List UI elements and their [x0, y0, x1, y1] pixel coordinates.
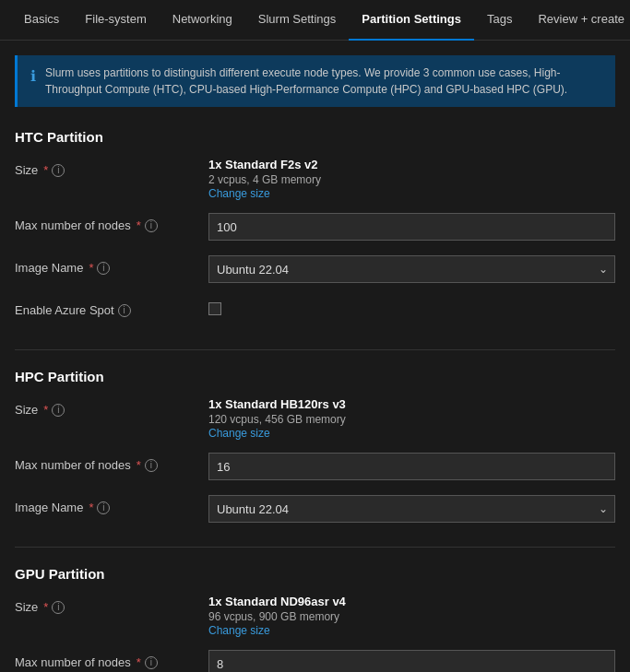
htc-image-required: *: [89, 261, 93, 275]
tab-filesystem[interactable]: File-system: [72, 0, 159, 41]
hpc-size-detail: 120 vcpus, 456 GB memory: [208, 413, 615, 426]
htc-size-row: Size * i 1x Standard F2s v2 2 vcpus, 4 G…: [15, 158, 615, 200]
hpc-image-label: Image Name * i: [15, 495, 208, 514]
htc-image-select[interactable]: Ubuntu 22.04 Ubuntu 20.04 CentOS 7: [208, 255, 615, 283]
htc-image-control: Ubuntu 22.04 Ubuntu 20.04 CentOS 7 ⌄: [208, 255, 615, 283]
gpu-size-row: Size * i 1x Standard ND96asr v4 96 vcpus…: [15, 595, 615, 637]
htc-size-required: *: [43, 163, 48, 177]
hpc-size-row: Size * i 1x Standard HB120rs v3 120 vcpu…: [15, 397, 615, 440]
hpc-size-info: 1x Standard HB120rs v3 120 vcpus, 456 GB…: [208, 397, 615, 440]
gpu-size-info-icon[interactable]: i: [52, 601, 65, 614]
hpc-max-nodes-info-icon[interactable]: i: [145, 459, 158, 472]
hpc-max-nodes-row: Max number of nodes * i: [15, 453, 615, 482]
htc-azure-spot-control: [208, 298, 615, 315]
info-banner: ℹ Slurm uses partitions to distinguish d…: [15, 55, 615, 107]
htc-size-info-icon[interactable]: i: [52, 164, 65, 177]
htc-azure-spot-checkbox-wrapper: [208, 298, 615, 315]
htc-size-detail: 2 vcpus, 4 GB memory: [208, 173, 615, 186]
nav-tabs: Basics File-system Networking Slurm Sett…: [0, 0, 630, 41]
page-content: HTC Partition Size * i 1x Standard F2s v…: [0, 114, 630, 672]
gpu-max-nodes-label: Max number of nodes * i: [15, 650, 208, 669]
htc-partition-section: HTC Partition Size * i 1x Standard F2s v…: [15, 129, 615, 327]
htc-azure-spot-checkbox[interactable]: [208, 302, 221, 315]
hpc-gpu-divider: [15, 547, 615, 548]
hpc-max-nodes-control: [208, 453, 615, 480]
htc-max-nodes-input[interactable]: [208, 213, 615, 241]
info-icon: ℹ: [30, 65, 36, 88]
banner-text: Slurm uses partitions to distinguish dif…: [45, 65, 602, 98]
hpc-size-label: Size * i: [15, 397, 208, 417]
htc-max-nodes-info-icon[interactable]: i: [145, 219, 158, 232]
htc-image-row: Image Name * i Ubuntu 22.04 Ubuntu 20.04…: [15, 255, 615, 285]
tab-slurm-settings[interactable]: Slurm Settings: [245, 0, 350, 41]
hpc-size-required: *: [43, 403, 48, 417]
hpc-max-nodes-required: *: [137, 458, 141, 472]
gpu-size-required: *: [43, 600, 48, 614]
gpu-partition-title: GPU Partition: [15, 566, 615, 582]
htc-max-nodes-control: [208, 213, 615, 241]
htc-change-size-link[interactable]: Change size: [208, 187, 270, 200]
tab-networking[interactable]: Networking: [160, 0, 245, 41]
hpc-image-row: Image Name * i Ubuntu 22.04 Ubuntu 20.04…: [15, 495, 615, 525]
hpc-partition-title: HPC Partition: [15, 369, 615, 384]
hpc-max-nodes-label: Max number of nodes * i: [15, 453, 208, 472]
hpc-image-required: *: [89, 501, 93, 514]
htc-partition-title: HTC Partition: [15, 129, 615, 145]
htc-max-nodes-row: Max number of nodes * i: [15, 213, 615, 242]
htc-azure-spot-label: Enable Azure Spot i: [15, 298, 208, 317]
gpu-max-nodes-row: Max number of nodes * i: [15, 650, 615, 672]
hpc-max-nodes-input[interactable]: [208, 453, 615, 480]
tab-partition-settings[interactable]: Partition Settings: [349, 0, 474, 41]
gpu-partition-section: GPU Partition Size * i 1x Standard ND96a…: [15, 566, 615, 672]
htc-max-nodes-required: *: [137, 218, 141, 232]
gpu-size-info: 1x Standard ND96asr v4 96 vcpus, 900 GB …: [208, 595, 615, 637]
htc-azure-spot-row: Enable Azure Spot i: [15, 298, 615, 327]
hpc-size-name: 1x Standard HB120rs v3: [208, 397, 615, 411]
gpu-size-name: 1x Standard ND96asr v4: [208, 595, 615, 608]
gpu-size-label: Size * i: [15, 595, 208, 614]
htc-hpc-divider: [15, 349, 615, 350]
hpc-image-control: Ubuntu 22.04 Ubuntu 20.04 CentOS 7 ⌄: [208, 495, 615, 523]
gpu-max-nodes-required: *: [137, 655, 141, 669]
htc-azure-spot-info-icon[interactable]: i: [118, 304, 131, 317]
hpc-change-size-link[interactable]: Change size: [208, 427, 270, 440]
gpu-max-nodes-input[interactable]: [208, 650, 615, 672]
htc-image-info-icon[interactable]: i: [97, 262, 110, 275]
gpu-change-size-link[interactable]: Change size: [208, 624, 270, 637]
hpc-size-info-icon[interactable]: i: [52, 404, 65, 417]
gpu-max-nodes-info-icon[interactable]: i: [145, 656, 158, 669]
htc-size-name: 1x Standard F2s v2: [208, 158, 615, 171]
htc-size-info: 1x Standard F2s v2 2 vcpus, 4 GB memory …: [208, 158, 615, 200]
tab-review-create[interactable]: Review + create: [525, 0, 630, 41]
tab-basics[interactable]: Basics: [11, 0, 72, 41]
hpc-image-info-icon[interactable]: i: [97, 501, 110, 514]
gpu-size-detail: 96 vcpus, 900 GB memory: [208, 610, 615, 623]
htc-max-nodes-label: Max number of nodes * i: [15, 213, 208, 232]
hpc-image-select[interactable]: Ubuntu 22.04 Ubuntu 20.04 CentOS 7: [208, 495, 615, 523]
tab-tags[interactable]: Tags: [474, 0, 525, 41]
htc-size-label: Size * i: [15, 158, 208, 177]
htc-image-label: Image Name * i: [15, 255, 208, 275]
hpc-partition-section: HPC Partition Size * i 1x Standard HB120…: [15, 369, 615, 525]
gpu-max-nodes-control: [208, 650, 615, 672]
